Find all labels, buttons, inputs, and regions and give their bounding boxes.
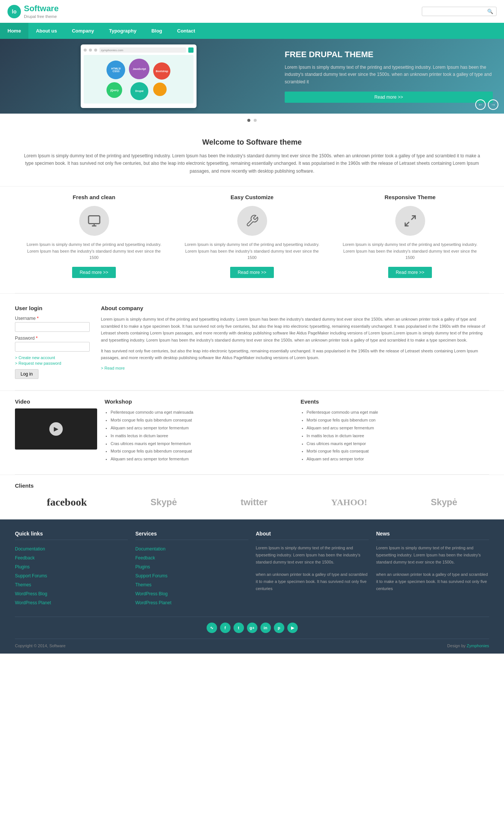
browser-url: zymphonies.com <box>99 47 186 53</box>
events-item-1: Pellentesque commodo urna eget male <box>307 408 489 416</box>
feature-3: Responsive Theme Lorem Ipsum is simply d… <box>339 194 481 278</box>
footer-service-doc[interactable]: Documentation <box>135 544 248 553</box>
design-link[interactable]: Zymphonies <box>467 643 489 648</box>
workshop-title: Workshop <box>105 398 293 405</box>
events-item-2: Morbi congue felis quis bibendum con <box>307 416 489 424</box>
footer-service-wp-blog[interactable]: WordPress Blog <box>135 589 248 598</box>
feature-1-icon <box>79 206 109 236</box>
social-twitter[interactable]: t <box>234 623 244 633</box>
wrench-icon <box>245 214 259 228</box>
hero-description: Lorem Ipsum is simply dummy text of the … <box>285 64 493 86</box>
password-group: Password * <box>15 336 90 352</box>
footer-link-themes-1[interactable]: Themes <box>15 580 128 589</box>
footer-link-feedback-1[interactable]: Feedback <box>15 553 128 562</box>
next-arrow[interactable]: → <box>488 99 498 110</box>
footer-service-plugins[interactable]: Plugins <box>135 562 248 571</box>
logo-icon: lo <box>7 5 21 18</box>
hero-right: FREE DRUPAL THEME Lorem Ipsum is simply … <box>277 39 504 114</box>
about-paragraph-2: It has survived not only five centuries,… <box>101 348 489 361</box>
login-button[interactable]: Log in <box>15 369 38 379</box>
events-item-5: Cras ultrices mauris eget tempor <box>307 440 489 448</box>
social-rss[interactable]: ∿ <box>207 623 217 633</box>
username-input[interactable] <box>15 322 90 332</box>
footer-service-support[interactable]: Support Forums <box>135 571 248 580</box>
footer-bottom: Copyright © 2014, Software Design by Zym… <box>15 639 489 648</box>
footer-service-feedback[interactable]: Feedback <box>135 553 248 562</box>
video-thumbnail[interactable]: ▶ <box>15 408 97 450</box>
footer-service-wp-planet[interactable]: WordPress Planet <box>135 598 248 607</box>
social-facebook[interactable]: f <box>220 623 231 633</box>
footer-news-text-2: when an unknown printer took a galley of… <box>376 571 489 592</box>
nav-item-company[interactable]: Company <box>64 23 101 39</box>
browser-mockup: zymphonies.com HTML5/CSS3 jQuery JavaScr… <box>81 44 197 108</box>
dot-2[interactable] <box>254 119 257 122</box>
play-button[interactable]: ▶ <box>49 422 63 436</box>
feature-3-read-more-button[interactable]: Read more >> <box>388 267 432 278</box>
feature-1-title: Fresh and clean <box>23 194 165 200</box>
feature-2-read-more-button[interactable]: Read more >> <box>230 267 274 278</box>
footer-link-wp-planet-1[interactable]: WordPress Planet <box>15 598 128 607</box>
workshop-item-4: In mattis lectus in dictum laoree <box>111 432 293 440</box>
create-account-link[interactable]: Create new account <box>15 355 90 360</box>
form-links: Create new account Request new password <box>15 355 90 365</box>
dot-1[interactable] <box>247 119 250 122</box>
feature-3-text: Lorem Ipsum is simply dummy text of the … <box>339 241 481 261</box>
footer-link-support-1[interactable]: Support Forums <box>15 571 128 580</box>
footer-about-text-1: Lorem Ipsum is simply dummy text of the … <box>256 544 369 565</box>
events-list: Pellentesque commodo urna eget male Morb… <box>301 408 489 463</box>
social-pinterest[interactable]: p <box>274 623 284 633</box>
hero-left: zymphonies.com HTML5/CSS3 jQuery JavaScr… <box>0 39 277 114</box>
quick-links-title: Quick links <box>15 531 128 540</box>
feature-2-text: Lorem Ipsum is simply dummy text of the … <box>181 241 323 261</box>
workshop-col: Workshop Pellentesque commodo urna eget … <box>105 398 293 463</box>
about-paragraph-1: Lorem ipsum is simply dummy text of the … <box>101 316 489 344</box>
social-googleplus[interactable]: g+ <box>247 623 257 633</box>
nav-item-about[interactable]: About us <box>28 23 64 39</box>
hero-dots <box>0 114 504 127</box>
footer-news-text-1: Lorem Ipsum is simply dummy text of the … <box>376 544 489 565</box>
request-password-link[interactable]: Request new password <box>15 361 90 365</box>
footer-link-wp-blog-1[interactable]: WordPress Blog <box>15 589 128 598</box>
footer-social: ∿ f t g+ in p ▶ <box>15 617 489 639</box>
social-icons: ∿ f t g+ in p ▶ <box>15 623 489 633</box>
login-form: User login Username * Password * Create … <box>15 305 90 379</box>
logo-text: Software Drupal free theme <box>24 4 59 19</box>
nav-item-typography[interactable]: Typography <box>102 23 144 39</box>
prev-arrow[interactable]: ← <box>475 99 486 110</box>
nav-item-contact[interactable]: Contact <box>170 23 202 39</box>
svg-line-4 <box>405 222 409 226</box>
clients-title: Clients <box>15 482 489 489</box>
workshop-list: Pellentesque commodo urna eget malesuada… <box>105 408 293 463</box>
footer-news-title: News <box>376 531 489 540</box>
services-title: Services <box>135 531 248 540</box>
social-youtube[interactable]: ▶ <box>287 623 298 633</box>
footer-about-title: About <box>256 531 369 540</box>
social-linkedin[interactable]: in <box>260 623 271 633</box>
events-col: Events Pellentesque commodo urna eget ma… <box>301 398 489 463</box>
search-box: 🔍 <box>422 7 497 16</box>
password-input[interactable] <box>15 342 90 352</box>
search-input[interactable] <box>425 9 485 14</box>
svg-line-3 <box>411 216 415 220</box>
nav-item-blog[interactable]: Blog <box>144 23 170 39</box>
about-read-more-link[interactable]: Read more <box>101 366 125 370</box>
nav-item-home[interactable]: Home <box>0 23 28 39</box>
password-label: Password * <box>15 336 90 341</box>
username-label: Username * <box>15 316 90 321</box>
client-skype-2: Skypė <box>431 497 457 507</box>
hero-read-more-button[interactable]: Read more >> <box>285 92 493 103</box>
about-section: About company Lorem ipsum is simply dumm… <box>101 305 489 379</box>
feature-3-icon <box>395 206 425 236</box>
feature-2-title: Easy Customize <box>181 194 323 200</box>
copyright-text: Copyright © 2014, Software <box>15 643 65 648</box>
footer-link-plugins-1[interactable]: Plugins <box>15 562 128 571</box>
main-nav: Home About us Company Typography Blog Co… <box>0 23 504 39</box>
logo-title: Software <box>24 4 59 13</box>
footer-link-doc-1[interactable]: Documentation <box>15 544 128 553</box>
footer-services: Services Documentation Feedback Plugins … <box>135 531 248 607</box>
feature-1-read-more-button[interactable]: Read more >> <box>72 267 116 278</box>
nav-arrows: ← → <box>475 99 498 110</box>
events-item-6: Morbi congue felis quis consequat <box>307 447 489 455</box>
footer-service-themes[interactable]: Themes <box>135 580 248 589</box>
about-title: About company <box>101 305 489 311</box>
